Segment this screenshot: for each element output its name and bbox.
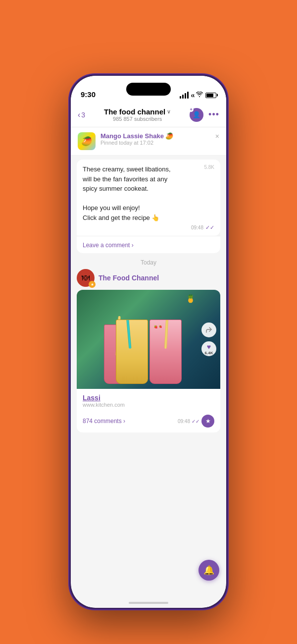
bubble-footer: 09:48 ✓✓ (83, 224, 214, 231)
add-plus-badge: + (189, 107, 194, 112)
post-link-title[interactable]: Lassi (83, 394, 214, 402)
pinned-content: Mango Lassie Shake 🥭 Pinned today at 17:… (100, 132, 210, 146)
boost-button[interactable]: ★ (201, 415, 214, 428)
bubble-text: These creamy, sweet libations,will be th… (83, 164, 214, 222)
nav-actions: 👤 + ••• (190, 108, 219, 122)
post-body: Lassi www.kitchen.com (77, 389, 220, 412)
more-options-button[interactable]: ••• (208, 109, 219, 120)
read-checkmarks: ✓✓ (205, 224, 214, 231)
glass-yellow (116, 320, 148, 384)
post-link-url: www.kitchen.com (83, 402, 214, 408)
home-indicator (129, 602, 168, 604)
bell-icon: 🔔 (203, 565, 214, 576)
phone-mockup: 9:30 𝛂 (69, 74, 228, 619)
date-separator: Today (71, 253, 226, 269)
leave-comment-section[interactable]: Leave a comment › (77, 236, 220, 253)
phone-shell: 9:30 𝛂 (69, 74, 228, 609)
post-footer: 874 comments › 09:48 ✓✓ ★ (77, 412, 220, 432)
add-user-button[interactable]: 👤 + (190, 108, 203, 122)
pinned-banner[interactable]: 🥭 Mango Lassie Shake 🥭 Pinned today at 1… (71, 127, 226, 156)
signal-icon (180, 92, 189, 99)
like-button[interactable]: ♥ 6.4K (201, 341, 216, 356)
dropdown-icon: ∨ (167, 108, 171, 115)
back-button[interactable]: ‹ 3 (78, 110, 85, 119)
side-button-silent (69, 145, 70, 160)
pinned-avatar: 🥭 (78, 132, 96, 150)
subscribers-count: 985 857 subscribers (85, 116, 190, 122)
message-text-partial: These creamy, sweet libations,will be th… (83, 165, 171, 221)
wifi-icon: 𝛂 (191, 92, 203, 99)
bubble-time: 09:48 (191, 225, 203, 230)
back-chevron-icon: ‹ (78, 110, 80, 119)
comments-link[interactable]: 874 comments › (83, 418, 125, 425)
pinned-time: Pinned today at 17:02 (100, 140, 210, 146)
status-icons: 𝛂 (180, 92, 216, 99)
notification-fab[interactable]: 🔔 (198, 560, 219, 581)
post-header: 🍽 ★ The Food Channel (77, 269, 220, 287)
leave-comment-link[interactable]: Leave a comment › (83, 242, 134, 249)
chat-area: 5.8K These creamy, sweet libations,will … (71, 156, 226, 437)
battery-icon (205, 93, 216, 98)
post-card: 🍓 🍓 🍍 (77, 290, 220, 432)
heart-icon: ♥ (207, 343, 211, 351)
glass-pink: 🍓 🍓 (149, 320, 182, 384)
share-button[interactable] (201, 322, 216, 337)
dynamic-island (126, 83, 171, 96)
like-count: 6.4K (205, 351, 213, 355)
nav-bar: ‹ 3 The food channel ∨ 985 857 subscribe… (71, 103, 226, 127)
pineapple-garnish: 🍍 (186, 294, 196, 303)
post-time: 09:48 ✓✓ (178, 419, 199, 424)
post-footer-left: 874 comments › (83, 418, 125, 425)
phone-screen: 9:30 𝛂 (71, 76, 226, 608)
back-count: 3 (81, 111, 85, 119)
status-time: 9:30 (81, 90, 96, 99)
views-count: 5.8K (204, 164, 214, 170)
side-button-vol-down (69, 199, 70, 223)
side-button-power (227, 175, 228, 210)
post-image: 🍓 🍓 🍍 (77, 290, 220, 389)
post-reactions: ♥ 6.4K (201, 322, 216, 356)
channel-avatar: 🍽 ★ (77, 269, 95, 287)
side-button-vol-up (69, 167, 70, 192)
channel-name-nav[interactable]: The food channel ∨ (85, 107, 190, 116)
nav-center: The food channel ∨ 985 857 subscribers (85, 107, 190, 122)
smoothie-illustration: 🍓 🍓 🍍 (108, 290, 189, 389)
channel-post: 🍽 ★ The Food Channel (77, 269, 220, 432)
channel-name-post: The Food Channel (99, 274, 159, 282)
message-bubble: 5.8K These creamy, sweet libations,will … (77, 160, 220, 236)
channel-avatar-badge: ★ (89, 281, 96, 288)
pinned-title: Mango Lassie Shake 🥭 (100, 132, 210, 140)
post-footer-right: 09:48 ✓✓ ★ (178, 415, 214, 428)
pinned-close-button[interactable]: × (215, 132, 219, 140)
